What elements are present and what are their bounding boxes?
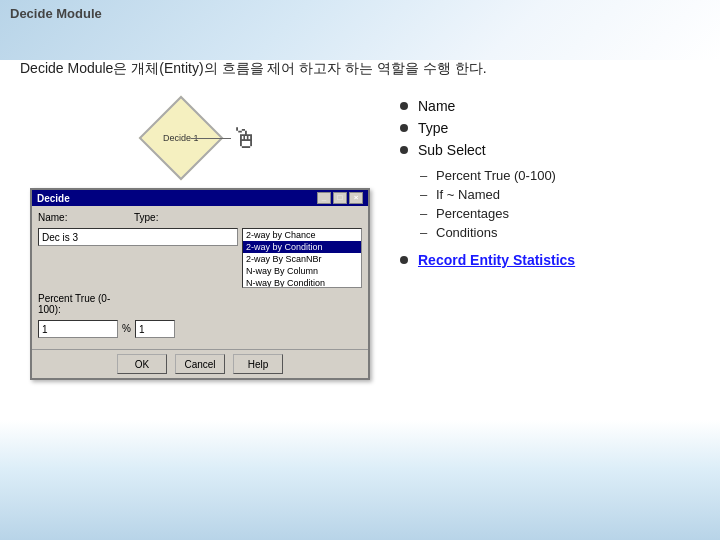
dialog-body: Name: Type: 2-way by Chance 2-way by Con… (32, 206, 368, 349)
main-content: Decide Module은 개체(Entity)의 흐름을 제어 하고자 하는… (0, 50, 720, 540)
bullet-dot-subselect (400, 146, 408, 154)
bullet-label-name: Name (418, 98, 455, 114)
right-panel: Name Type Sub Select Percent True (0-100… (400, 98, 700, 268)
dialog-name-row: Name: Type: (38, 212, 362, 223)
dialog-titlebar-buttons: _ □ × (317, 192, 363, 204)
sub-item-percentages: Percentages (420, 206, 700, 221)
bullet-dot-type (400, 124, 408, 132)
dialog-cancel-button[interactable]: Cancel (175, 354, 225, 374)
diamond-mouse-row: Decide 1 🖱 (141, 98, 259, 178)
dialog-titlebar: Decide _ □ × (32, 190, 368, 206)
listbox-item-2[interactable]: 2-way By ScanNBr (243, 253, 361, 265)
dialog-percent-input[interactable] (38, 320, 118, 338)
bullet-label-type: Type (418, 120, 448, 136)
dialog-f-input[interactable] (135, 320, 175, 338)
listbox-item-3[interactable]: N-way By Column (243, 265, 361, 277)
sub-list: Percent True (0-100) If ~ Named Percenta… (420, 168, 700, 240)
dialog-window: Decide _ □ × Name: Type: (30, 188, 370, 380)
record-entity-label: Record Entity Statistics (418, 252, 575, 268)
left-panel: Decide 1 🖱 Decide _ □ × (20, 98, 380, 380)
arrow-right (191, 138, 231, 139)
dialog-select-wrapper: 2-way by Chance 2-way by Condition 2-way… (38, 228, 362, 288)
dialog-type-listbox[interactable]: 2-way by Chance 2-way by Condition 2-way… (242, 228, 362, 288)
listbox-item-1[interactable]: 2-way by Condition (243, 241, 361, 253)
dialog-buttons: OK Cancel Help (32, 349, 368, 378)
dialog-type-label: Type: (134, 212, 224, 223)
bullet-item-type: Type (400, 120, 700, 136)
bullet-dot-name (400, 102, 408, 110)
dialog-help-button[interactable]: Help (233, 354, 283, 374)
dialog-title: Decide (37, 193, 70, 204)
sub-item-named: If ~ Named (420, 187, 700, 202)
sub-item-percent: Percent True (0-100) (420, 168, 700, 183)
sub-item-conditions: Conditions (420, 225, 700, 240)
listbox-item-4[interactable]: N-way By Condition (243, 277, 361, 288)
dialog-percent-row: Percent True (0-100): (38, 293, 362, 315)
listbox-item-0[interactable]: 2-way by Chance (243, 229, 361, 241)
dialog-percent-input-row: % (38, 320, 362, 338)
bullet-item-name: Name (400, 98, 700, 114)
dialog-percent-label: Percent True (0-100): (38, 293, 128, 315)
dialog-name-label: Name: (38, 212, 128, 223)
mouse-icon: 🖱 (231, 122, 259, 155)
bullet-item-subselect: Sub Select (400, 142, 700, 158)
bullet-dot-record (400, 256, 408, 264)
page-title: Decide Module (10, 6, 102, 21)
bullet-list: Name Type Sub Select (400, 98, 700, 158)
bullet-label-subselect: Sub Select (418, 142, 486, 158)
diamond-wrapper: Decide 1 (141, 98, 221, 178)
dialog-minimize-btn[interactable]: _ (317, 192, 331, 204)
dialog-name-input[interactable] (38, 228, 238, 246)
dialog-ok-button[interactable]: OK (117, 354, 167, 374)
percent-symbol: % (122, 320, 131, 338)
record-entity-row: Record Entity Statistics (400, 252, 700, 268)
subtitle-text: Decide Module은 개체(Entity)의 흐름을 제어 하고자 하는… (20, 60, 700, 78)
main-area: Decide 1 🖱 Decide _ □ × (20, 98, 700, 380)
dialog-close-btn[interactable]: × (349, 192, 363, 204)
dialog-maximize-btn[interactable]: □ (333, 192, 347, 204)
